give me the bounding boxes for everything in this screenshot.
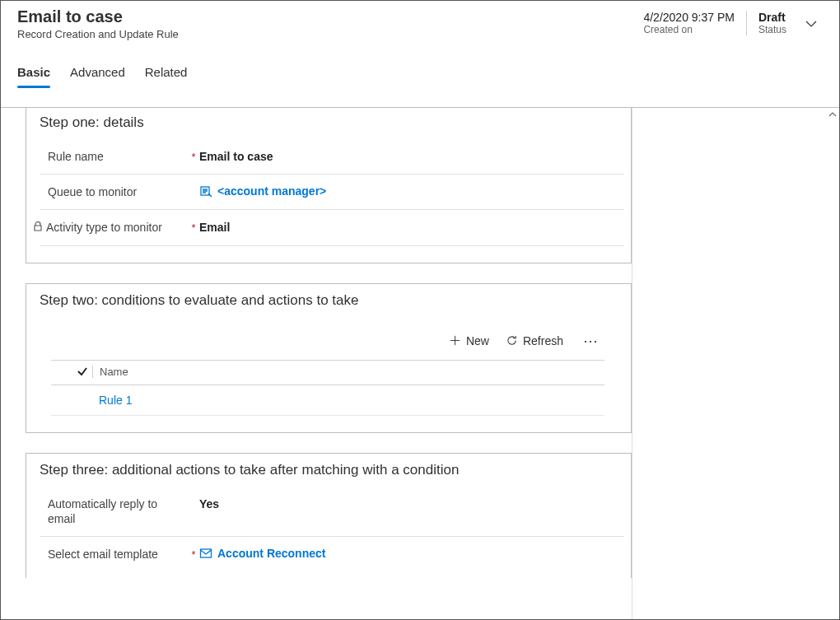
required-indicator: * <box>188 149 199 163</box>
caret-up-icon <box>828 110 837 119</box>
required-indicator: * <box>188 547 199 561</box>
step-two-title: Step two: conditions to evaluate and act… <box>40 292 618 309</box>
scroll-up-button[interactable] <box>826 108 839 121</box>
tab-related[interactable]: Related <box>145 58 188 87</box>
tab-advanced[interactable]: Advanced <box>70 58 125 87</box>
field-queue-to-monitor[interactable]: Queue to monitor <account manager> <box>40 175 624 210</box>
activity-type-label: Activity type to monitor <box>46 220 162 235</box>
rule-name-label: Rule name <box>48 149 104 164</box>
side-panel <box>632 108 839 619</box>
entity-name: Record Creation and Update Rule <box>17 28 632 40</box>
status-label: Status <box>758 24 786 35</box>
more-commands-button[interactable]: ⋯ <box>580 332 603 350</box>
field-email-template[interactable]: Select email template * Account Reconnec… <box>40 537 624 571</box>
email-template-label: Select email template <box>48 547 158 562</box>
email-template-icon <box>199 547 212 560</box>
main-panel: Step one: details Rule name * Email to c… <box>1 108 632 619</box>
grid-row[interactable]: Rule 1 <box>51 385 604 416</box>
expand-header-button[interactable] <box>798 11 823 33</box>
refresh-icon <box>506 334 518 347</box>
form-header: Email to case Record Creation and Update… <box>1 1 839 108</box>
step-three-title: Step three: additional actions to take a… <box>40 462 618 478</box>
field-rule-name[interactable]: Rule name * Email to case <box>40 139 624 175</box>
refresh-button[interactable]: Refresh <box>506 332 563 350</box>
tab-basic[interactable]: Basic <box>17 58 50 87</box>
step-two-section: Step two: conditions to evaluate and act… <box>26 283 632 433</box>
select-all-checkbox[interactable] <box>72 366 92 377</box>
status-value: Draft <box>758 11 786 24</box>
queue-icon <box>199 184 212 198</box>
required-indicator: * <box>188 220 199 234</box>
email-template-value: Account Reconnect <box>217 547 325 560</box>
column-name[interactable]: Name <box>92 366 604 378</box>
queue-label: Queue to monitor <box>48 184 137 199</box>
new-button[interactable]: New <box>449 332 489 350</box>
chevron-down-icon <box>805 17 818 30</box>
step-one-title: Step one: details <box>40 114 618 131</box>
created-on-label: Created on <box>643 24 735 35</box>
plus-icon <box>449 334 461 347</box>
field-auto-reply[interactable]: Automatically reply to email Yes <box>40 487 624 537</box>
vertical-scrollbar[interactable] <box>826 108 839 619</box>
activity-type-value: Email <box>199 220 230 234</box>
queue-value: <account manager> <box>217 184 326 198</box>
lock-icon <box>33 220 43 235</box>
auto-reply-value: Yes <box>199 496 219 510</box>
tab-list: Basic Advanced Related <box>17 58 823 87</box>
checkmark-icon <box>77 366 88 377</box>
field-activity-type[interactable]: Activity type to monitor * Email <box>40 210 624 245</box>
form-window: Email to case Record Creation and Update… <box>0 0 840 620</box>
grid-header: Name <box>51 360 604 385</box>
page-title: Email to case <box>17 7 632 26</box>
svg-rect-1 <box>201 549 212 557</box>
rule-name-value: Email to case <box>199 149 273 163</box>
step-one-section: Step one: details Rule name * Email to c… <box>26 108 632 263</box>
created-on-value: 4/2/2020 9:37 PM <box>643 11 735 24</box>
rule-link[interactable]: Rule 1 <box>76 394 132 407</box>
step-three-section: Step three: additional actions to take a… <box>26 453 632 579</box>
auto-reply-label: Automatically reply to email <box>48 496 188 526</box>
